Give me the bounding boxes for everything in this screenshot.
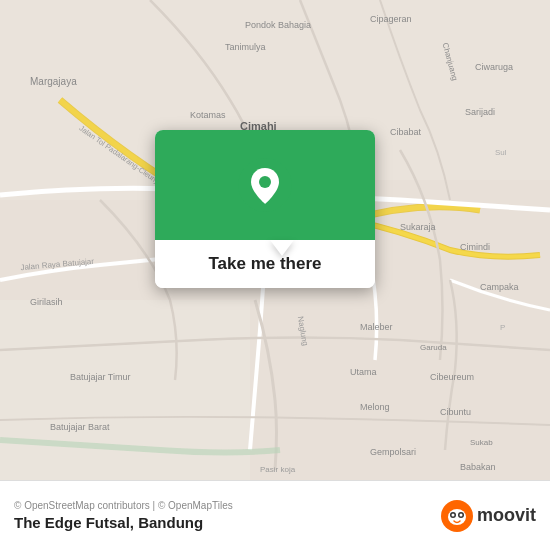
svg-text:Batujajar Timur: Batujajar Timur: [70, 372, 131, 382]
svg-text:Tanimulya: Tanimulya: [225, 42, 266, 52]
svg-text:Sul: Sul: [495, 148, 507, 157]
svg-text:Garuda: Garuda: [420, 343, 447, 352]
attribution-text: © OpenStreetMap contributors | © OpenMap…: [14, 500, 441, 511]
location-info: © OpenStreetMap contributors | © OpenMap…: [14, 500, 441, 531]
svg-point-45: [459, 513, 462, 516]
svg-text:P: P: [500, 323, 505, 332]
place-name: The Edge Futsal, Bandung: [14, 514, 441, 531]
take-me-there-button[interactable]: Take me there: [208, 254, 321, 274]
svg-text:Cibabat: Cibabat: [390, 127, 422, 137]
moovit-text: moovit: [477, 505, 536, 526]
svg-text:Ciwaruga: Ciwaruga: [475, 62, 513, 72]
map-container: Margajaya Pondok Bahagia Tanimulya Cipag…: [0, 0, 550, 480]
svg-text:Batujajar Barat: Batujajar Barat: [50, 422, 110, 432]
location-pin-icon: [238, 158, 292, 212]
svg-text:Cibeureum: Cibeureum: [430, 372, 474, 382]
popup-pointer: [270, 240, 294, 256]
svg-text:Sukab: Sukab: [470, 438, 493, 447]
svg-text:Cibuntu: Cibuntu: [440, 407, 471, 417]
popup-bottom[interactable]: Take me there: [155, 240, 375, 288]
bottom-bar: © OpenStreetMap contributors | © OpenMap…: [0, 480, 550, 550]
svg-point-44: [451, 513, 454, 516]
svg-text:Maleber: Maleber: [360, 322, 393, 332]
svg-text:Kotamas: Kotamas: [190, 110, 226, 120]
svg-text:Sarijadi: Sarijadi: [465, 107, 495, 117]
svg-point-39: [259, 176, 271, 188]
svg-text:Utama: Utama: [350, 367, 377, 377]
svg-text:Margajaya: Margajaya: [30, 76, 77, 87]
svg-text:Campaka: Campaka: [480, 282, 519, 292]
popup-top: [155, 130, 375, 240]
moovit-icon: [441, 500, 473, 532]
svg-text:Cipageran: Cipageran: [370, 14, 412, 24]
svg-text:Melong: Melong: [360, 402, 390, 412]
svg-text:Pasir koja: Pasir koja: [260, 465, 296, 474]
svg-text:Babakan: Babakan: [460, 462, 496, 472]
svg-text:Pondok Bahagia: Pondok Bahagia: [245, 20, 311, 30]
popup-card: Take me there: [155, 130, 375, 288]
svg-text:Girilasih: Girilasih: [30, 297, 63, 307]
svg-text:Sukaraja: Sukaraja: [400, 222, 436, 232]
moovit-logo: moovit: [441, 500, 536, 532]
svg-text:Gempolsari: Gempolsari: [370, 447, 416, 457]
svg-text:Cimindi: Cimindi: [460, 242, 490, 252]
